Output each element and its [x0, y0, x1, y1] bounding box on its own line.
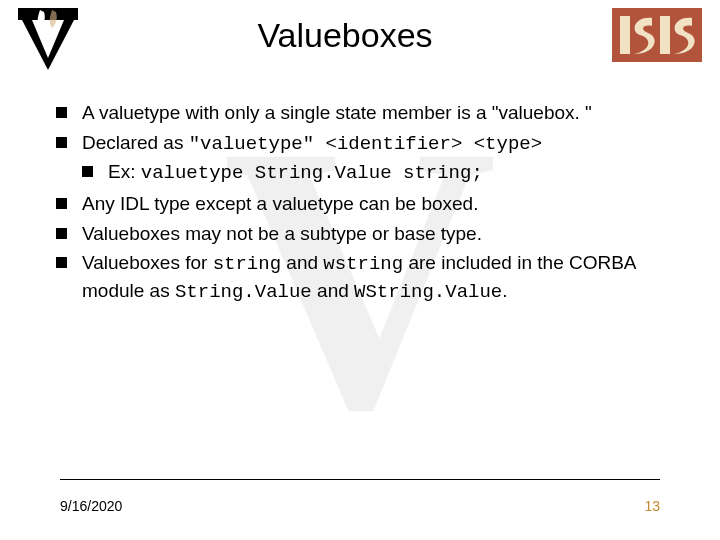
code-text: WString.Value	[354, 281, 502, 303]
code-text: wstring	[323, 253, 403, 275]
bullet-item: Declared as "valuetype" <identifier> <ty…	[56, 130, 664, 187]
footer-date: 9/16/2020	[60, 498, 122, 514]
isis-logo-icon	[612, 8, 702, 62]
code-text: valuetype String.Value string;	[141, 162, 483, 184]
svg-rect-0	[18, 8, 78, 20]
vanderbilt-logo-icon	[18, 8, 78, 70]
svg-rect-5	[660, 16, 670, 54]
bullet-item: Valueboxes may not be a subtype or base …	[56, 221, 664, 247]
code-text: string	[213, 253, 281, 275]
bullet-text: Valueboxes for	[82, 252, 213, 273]
code-text: String.Value	[175, 281, 312, 303]
bullet-text: and	[281, 252, 323, 273]
code-text: "valuetype" <identifier> <type>	[189, 133, 542, 155]
footer-divider	[60, 479, 660, 480]
bullet-text: Valueboxes may not be a subtype or base …	[82, 223, 482, 244]
svg-rect-4	[620, 16, 630, 54]
slide-footer: 9/16/2020 13	[60, 479, 660, 514]
bullet-text: Ex:	[108, 161, 141, 182]
bullet-text: A valuetype with only a single state mem…	[82, 102, 592, 123]
page-number: 13	[644, 498, 660, 514]
bullet-item: Valueboxes for string and wstring are in…	[56, 250, 664, 305]
bullet-text: Declared as	[82, 132, 189, 153]
bullet-text: .	[502, 280, 507, 301]
slide-header: Valueboxes	[0, 0, 720, 70]
sub-bullet-list: Ex: valuetype String.Value string;	[82, 159, 664, 187]
slide-body: A valuetype with only a single state mem…	[0, 70, 720, 305]
slide-title: Valueboxes	[78, 8, 612, 55]
bullet-text: and	[312, 280, 354, 301]
bullet-text: Any IDL type except a valuetype can be b…	[82, 193, 478, 214]
sub-bullet-item: Ex: valuetype String.Value string;	[82, 159, 664, 187]
footer-row: 9/16/2020 13	[60, 498, 660, 514]
bullet-item: Any IDL type except a valuetype can be b…	[56, 191, 664, 217]
bullet-list: A valuetype with only a single state mem…	[56, 100, 664, 305]
slide: V Valueboxes A valuetype with only a	[0, 0, 720, 540]
bullet-item: A valuetype with only a single state mem…	[56, 100, 664, 126]
